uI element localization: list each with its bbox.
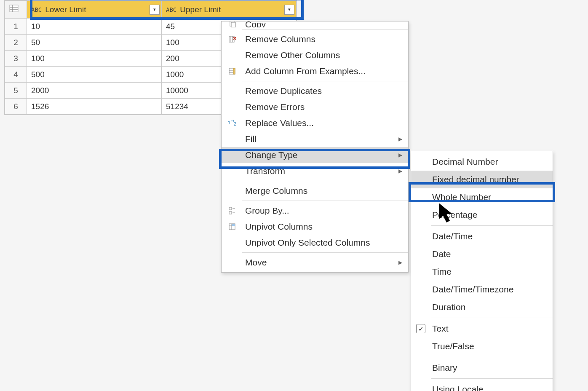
datatype-text-icon: ABC [31,6,42,13]
svg-text:1: 1 [228,120,230,125]
menu-separator [431,318,553,318]
datatype-text-icon: ABC [166,6,176,13]
menu-item-label: Move [245,257,267,268]
menu-item-group-by[interactable]: Group By... [222,203,408,219]
type-option-percentage[interactable]: Percentage [411,206,553,224]
row-number: 5 [5,83,27,99]
svg-text:2: 2 [234,121,236,126]
menu-item-unpivot-columns[interactable]: Unpivot Columns [222,219,408,235]
submenu-arrow-icon: ▶ [398,136,402,142]
menu-item-label: Unpivot Only Selected Columns [245,238,370,248]
submenu-arrow-icon: ▶ [398,260,402,265]
menu-item-label: Replace Values... [245,118,314,128]
type-option-using-locale[interactable]: Using Locale... [411,380,553,391]
svg-rect-18 [229,212,232,214]
menu-item-label: Decimal Number [432,157,498,167]
menu-item-label: Using Locale... [432,384,491,391]
column-header-upper-limit[interactable]: ABC Upper Limit ▾ [162,1,297,19]
menu-item-label: Time [432,267,452,277]
cell-lower[interactable]: 500 [27,67,162,83]
type-option-datetime[interactable]: Date/Time [411,228,553,245]
menu-item-remove-duplicates[interactable]: Remove Duplicates [222,83,408,99]
menu-item-label: Date/Time [432,231,473,241]
type-option-whole-number[interactable]: Whole Number [411,188,553,206]
row-number: 6 [5,99,27,115]
menu-item-label: Percentage [432,210,477,220]
svg-rect-14 [233,68,235,74]
type-option-true-false[interactable]: True/False [411,337,553,355]
menu-item-copy[interactable]: Copy [222,21,408,27]
menu-item-label: Transform [245,166,285,176]
row-number: 3 [5,51,27,67]
column-from-examples-icon [227,66,238,76]
menu-item-label: Remove Other Columns [245,50,340,60]
group-by-icon [227,206,238,216]
menu-separator [242,81,408,81]
submenu-arrow-icon: ▶ [398,152,402,158]
table-corner-cell[interactable] [5,1,27,19]
cell-lower[interactable]: 1526 [27,99,162,115]
menu-item-label: Remove Duplicates [245,86,322,96]
type-option-binary[interactable]: Binary [411,359,553,377]
menu-item-change-type[interactable]: Change Type ▶ [222,147,408,163]
column-header-lower-limit[interactable]: ABC Lower Limit ▾ [27,1,162,19]
type-option-datetime-timezone[interactable]: Date/Time/Timezone [411,281,553,298]
cell-lower[interactable]: 50 [27,35,162,51]
menu-item-move[interactable]: Move ▶ [222,254,408,270]
remove-column-icon [227,34,238,44]
menu-item-unpivot-only-selected[interactable]: Unpivot Only Selected Columns [222,235,408,251]
menu-item-merge-columns[interactable]: Merge Columns [222,183,408,199]
menu-separator [242,252,408,253]
menu-separator [242,201,408,201]
type-option-decimal[interactable]: Decimal Number [411,153,553,171]
menu-item-remove-columns[interactable]: Remove Columns [222,31,408,47]
menu-item-label: Text [432,324,449,334]
change-type-submenu[interactable]: Decimal Number Fixed decimal number Whol… [411,151,553,391]
column-header-label: Lower Limit [45,5,86,14]
row-number: 2 [5,35,27,51]
menu-item-label: Unpivot Columns [245,222,313,232]
menu-item-label: True/False [432,341,474,351]
menu-item-fill[interactable]: Fill ▶ [222,131,408,147]
menu-item-add-column-from-examples[interactable]: Add Column From Examples... [222,63,408,79]
menu-separator [431,357,553,357]
menu-item-label: Change Type [245,150,298,160]
type-option-date[interactable]: Date [411,245,553,263]
copy-icon [227,21,238,27]
menu-item-label: Fixed decimal number [432,174,519,185]
menu-item-replace-values[interactable]: 12 Replace Values... [222,115,408,131]
menu-item-label: Merge Columns [245,186,307,196]
menu-item-remove-other-columns[interactable]: Remove Other Columns [222,47,408,63]
replace-values-icon: 12 [227,118,238,128]
menu-item-label: Duration [432,302,465,312]
type-option-duration[interactable]: Duration [411,298,553,316]
select-all-icon [9,5,19,14]
svg-rect-17 [229,207,232,210]
row-number: 4 [5,67,27,83]
row-number: 1 [5,19,27,35]
menu-item-transform[interactable]: Transform ▶ [222,163,408,179]
checkmark-icon: ✓ [416,324,425,333]
menu-item-remove-errors[interactable]: Remove Errors [222,99,408,115]
cell-lower[interactable]: 10 [27,19,162,35]
column-header-label: Upper Limit [180,5,221,14]
menu-item-label: Date/Time/Timezone [432,284,513,295]
type-option-time[interactable]: Time [411,263,553,281]
svg-rect-22 [232,224,235,226]
menu-separator [242,29,408,29]
menu-item-label: Group By... [245,206,289,216]
menu-item-label: Fill [245,134,257,144]
type-option-text[interactable]: ✓ Text [411,320,553,337]
menu-item-label: Binary [432,363,457,373]
column-context-menu[interactable]: Copy Remove Columns Remove Other Columns… [221,21,409,273]
type-option-fixed-decimal[interactable]: Fixed decimal number [411,171,553,188]
unpivot-icon [227,222,238,232]
menu-separator [242,181,408,181]
filter-dropdown-button[interactable]: ▾ [150,5,160,15]
svg-rect-5 [231,22,235,27]
filter-dropdown-button[interactable]: ▾ [284,5,294,15]
menu-item-label: Remove Errors [245,102,305,112]
menu-item-label: Add Column From Examples... [245,66,366,76]
cell-lower[interactable]: 2000 [27,83,162,99]
cell-lower[interactable]: 100 [27,51,162,67]
